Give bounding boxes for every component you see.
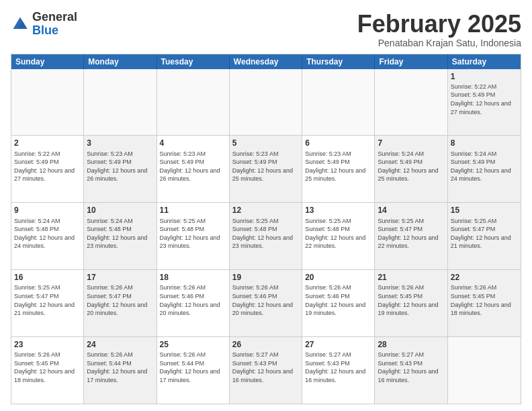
cal-cell [157,69,230,136]
day-info: Sunrise: 5:26 AM Sunset: 5:45 PM Dayligh… [378,283,444,317]
day-number: 28 [378,339,444,350]
day-info: Sunrise: 5:23 AM Sunset: 5:49 PM Dayligh… [232,150,299,183]
cal-cell: 23Sunrise: 5:26 AM Sunset: 5:45 PM Dayli… [11,337,84,404]
logo: General Blue [11,11,77,38]
day-info: Sunrise: 5:25 AM Sunset: 5:47 PM Dayligh… [14,283,81,317]
logo-icon [11,15,30,34]
day-info: Sunrise: 5:26 AM Sunset: 5:45 PM Dayligh… [451,283,518,317]
day-info: Sunrise: 5:26 AM Sunset: 5:44 PM Dayligh… [87,351,153,384]
cal-cell: 15Sunrise: 5:25 AM Sunset: 5:47 PM Dayli… [448,203,521,269]
cal-cell: 18Sunrise: 5:26 AM Sunset: 5:46 PM Dayli… [157,270,230,336]
cal-cell [448,337,521,404]
day-info: Sunrise: 5:25 AM Sunset: 5:48 PM Dayligh… [305,217,371,250]
cal-cell: 1Sunrise: 5:22 AM Sunset: 5:49 PM Daylig… [448,69,521,136]
cal-header-friday: Friday [375,54,447,69]
cal-cell [375,69,447,136]
cal-cell: 11Sunrise: 5:25 AM Sunset: 5:48 PM Dayli… [157,203,230,269]
cal-cell: 2Sunrise: 5:22 AM Sunset: 5:49 PM Daylig… [11,136,84,202]
day-info: Sunrise: 5:23 AM Sunset: 5:49 PM Dayligh… [305,150,371,183]
day-number: 22 [451,272,518,283]
cal-cell: 27Sunrise: 5:27 AM Sunset: 5:43 PM Dayli… [302,337,375,404]
day-info: Sunrise: 5:26 AM Sunset: 5:47 PM Dayligh… [87,283,153,317]
cal-cell: 5Sunrise: 5:23 AM Sunset: 5:49 PM Daylig… [230,136,302,202]
day-number: 27 [305,339,371,350]
calendar-body: 1Sunrise: 5:22 AM Sunset: 5:49 PM Daylig… [11,69,521,404]
cal-week-5: 23Sunrise: 5:26 AM Sunset: 5:45 PM Dayli… [11,337,521,404]
cal-cell [302,69,375,136]
day-info: Sunrise: 5:22 AM Sunset: 5:49 PM Dayligh… [14,150,81,183]
day-number: 10 [87,205,153,216]
day-info: Sunrise: 5:24 AM Sunset: 5:49 PM Dayligh… [378,150,444,183]
cal-cell [84,69,157,136]
day-number: 9 [14,205,81,216]
day-info: Sunrise: 5:22 AM Sunset: 5:49 PM Dayligh… [451,83,518,116]
day-number: 16 [14,272,81,283]
day-info: Sunrise: 5:23 AM Sunset: 5:49 PM Dayligh… [87,150,153,183]
day-info: Sunrise: 5:27 AM Sunset: 5:43 PM Dayligh… [378,351,444,384]
day-info: Sunrise: 5:27 AM Sunset: 5:43 PM Dayligh… [232,351,299,384]
cal-header-sunday: Sunday [11,54,84,69]
day-info: Sunrise: 5:25 AM Sunset: 5:47 PM Dayligh… [378,217,444,250]
day-number: 18 [160,272,226,283]
logo-blue-text: Blue [32,24,58,37]
day-number: 6 [305,138,371,148]
day-number: 25 [160,339,226,350]
cal-cell: 9Sunrise: 5:24 AM Sunset: 5:48 PM Daylig… [11,203,84,269]
cal-week-2: 2Sunrise: 5:22 AM Sunset: 5:49 PM Daylig… [11,136,521,203]
day-number: 24 [87,339,153,350]
day-info: Sunrise: 5:26 AM Sunset: 5:46 PM Dayligh… [305,283,371,317]
day-info: Sunrise: 5:26 AM Sunset: 5:46 PM Dayligh… [232,283,299,317]
day-number: 3 [87,138,153,148]
day-number: 5 [232,138,299,148]
day-number: 15 [451,205,518,216]
day-number: 19 [232,272,299,283]
day-info: Sunrise: 5:26 AM Sunset: 5:44 PM Dayligh… [160,351,226,384]
page: General Blue February 2025 Penataban Kra… [0,0,532,411]
cal-cell [11,69,84,136]
cal-week-1: 1Sunrise: 5:22 AM Sunset: 5:49 PM Daylig… [11,69,521,136]
cal-cell: 26Sunrise: 5:27 AM Sunset: 5:43 PM Dayli… [230,337,302,404]
cal-cell [230,69,302,136]
title-block: February 2025 Penataban Krajan Satu, Ind… [357,11,521,48]
cal-header-saturday: Saturday [448,54,521,69]
cal-cell: 3Sunrise: 5:23 AM Sunset: 5:49 PM Daylig… [84,136,157,202]
cal-week-3: 9Sunrise: 5:24 AM Sunset: 5:48 PM Daylig… [11,203,521,270]
cal-cell: 19Sunrise: 5:26 AM Sunset: 5:46 PM Dayli… [230,270,302,336]
day-info: Sunrise: 5:24 AM Sunset: 5:49 PM Dayligh… [451,150,518,183]
day-number: 23 [14,339,81,350]
cal-header-tuesday: Tuesday [157,54,230,69]
cal-cell: 17Sunrise: 5:26 AM Sunset: 5:47 PM Dayli… [84,270,157,336]
cal-cell: 4Sunrise: 5:23 AM Sunset: 5:49 PM Daylig… [157,136,230,202]
calendar-subtitle: Penataban Krajan Satu, Indonesia [357,38,521,48]
cal-cell: 28Sunrise: 5:27 AM Sunset: 5:43 PM Dayli… [375,337,447,404]
day-info: Sunrise: 5:24 AM Sunset: 5:48 PM Dayligh… [14,217,81,250]
day-number: 20 [305,272,371,283]
cal-cell: 14Sunrise: 5:25 AM Sunset: 5:47 PM Dayli… [375,203,447,269]
day-number: 14 [378,205,444,216]
cal-cell: 13Sunrise: 5:25 AM Sunset: 5:48 PM Dayli… [302,203,375,269]
cal-cell: 10Sunrise: 5:24 AM Sunset: 5:48 PM Dayli… [84,203,157,269]
cal-cell: 25Sunrise: 5:26 AM Sunset: 5:44 PM Dayli… [157,337,230,404]
cal-header-thursday: Thursday [302,54,375,69]
calendar: SundayMondayTuesdayWednesdayThursdayFrid… [11,54,521,404]
cal-cell: 22Sunrise: 5:26 AM Sunset: 5:45 PM Dayli… [448,270,521,336]
cal-cell: 20Sunrise: 5:26 AM Sunset: 5:46 PM Dayli… [302,270,375,336]
day-info: Sunrise: 5:25 AM Sunset: 5:48 PM Dayligh… [232,217,299,250]
day-number: 4 [160,138,226,148]
cal-header-wednesday: Wednesday [230,54,302,69]
day-number: 13 [305,205,371,216]
cal-header-monday: Monday [84,54,157,69]
calendar-header-row: SundayMondayTuesdayWednesdayThursdayFrid… [11,54,521,69]
day-number: 11 [160,205,226,216]
day-number: 21 [378,272,444,283]
day-number: 7 [378,138,444,148]
day-number: 17 [87,272,153,283]
calendar-title: February 2025 [357,11,521,38]
cal-cell: 8Sunrise: 5:24 AM Sunset: 5:49 PM Daylig… [448,136,521,202]
cal-cell: 6Sunrise: 5:23 AM Sunset: 5:49 PM Daylig… [302,136,375,202]
day-info: Sunrise: 5:25 AM Sunset: 5:47 PM Dayligh… [451,217,518,250]
day-info: Sunrise: 5:24 AM Sunset: 5:48 PM Dayligh… [87,217,153,250]
day-info: Sunrise: 5:26 AM Sunset: 5:46 PM Dayligh… [160,283,226,317]
logo-general-text: General [32,10,77,24]
day-info: Sunrise: 5:26 AM Sunset: 5:45 PM Dayligh… [14,351,81,384]
